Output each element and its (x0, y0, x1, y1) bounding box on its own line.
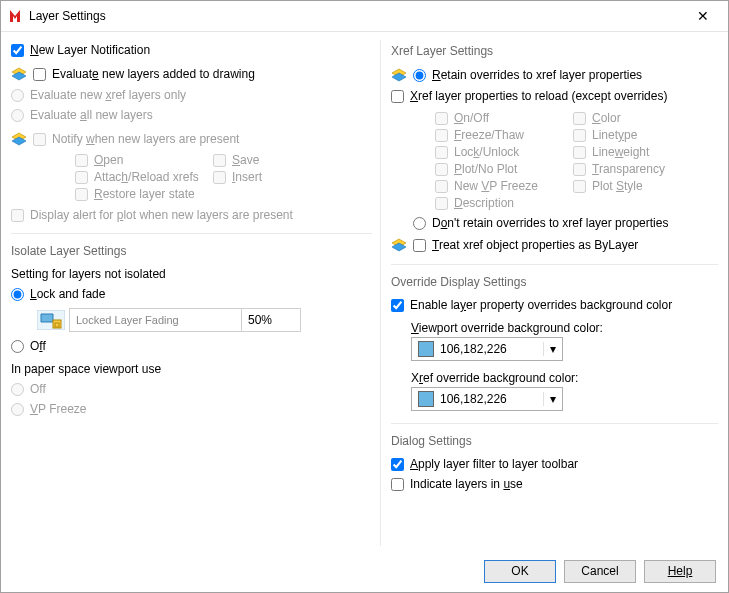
locked-layer-fading-value[interactable]: 50% (242, 309, 300, 331)
color-label: Color (592, 111, 621, 125)
apply-layer-filter-row[interactable]: Apply layer filter to layer toolbar (391, 457, 718, 471)
evaluate-new-layers-checkbox[interactable] (33, 68, 46, 81)
enable-override-bg-row[interactable]: Enable layer property overrides backgrou… (391, 298, 718, 312)
treat-bylayer-row[interactable]: Treat xref object properties as ByLayer (391, 237, 718, 253)
isolate-section-title: Isolate Layer Settings (11, 244, 372, 258)
dont-retain-row[interactable]: Don't retain overrides to xref layer pro… (413, 216, 718, 230)
window-title: Layer Settings (29, 9, 686, 23)
paper-off-row: Off (11, 382, 372, 396)
linetype-label: Linetype (592, 128, 637, 142)
insert-checkbox (213, 171, 226, 184)
ok-button[interactable]: OK (484, 560, 556, 583)
xref-override-label: Xref override background color: (411, 371, 718, 385)
lineweight-label: Lineweight (592, 145, 649, 159)
eval-all-new: Evaluate all new layers (11, 108, 372, 122)
vp-freeze-radio (11, 403, 24, 416)
description-label: Description (454, 196, 514, 210)
new-layer-notification-checkbox[interactable] (11, 44, 24, 57)
app-icon (7, 8, 23, 24)
lock-and-fade-row[interactable]: Lock and fade (11, 287, 372, 301)
notify-new-layers-label: Notify when new layers are present (52, 132, 239, 146)
apply-layer-filter-checkbox[interactable] (391, 458, 404, 471)
xref-reload-label: Xref layer properties to reload (except … (410, 89, 667, 103)
transparency-label: Transparency (592, 162, 665, 176)
enable-override-bg-checkbox[interactable] (391, 299, 404, 312)
indicate-in-use-checkbox[interactable] (391, 478, 404, 491)
dont-retain-label: Don't retain overrides to xref layer pro… (432, 216, 668, 230)
attach-reload-checkbox (75, 171, 88, 184)
new-layer-notification-label: New Layer Notification (30, 43, 150, 57)
notify-new-layers-row: Notify when new layers are present (11, 131, 372, 147)
locked-layer-fading-label: Locked Layer Fading (70, 309, 242, 331)
xref-override-color-value: 106,182,226 (440, 392, 543, 406)
linetype-checkbox (573, 129, 586, 142)
layers-icon (391, 237, 407, 253)
svg-marker-0 (10, 10, 20, 22)
new-layer-notification[interactable]: New Layer Notification (11, 43, 372, 57)
open-checkbox (75, 154, 88, 167)
freezethaw-checkbox (435, 129, 448, 142)
transparency-checkbox (573, 163, 586, 176)
plotstyle-checkbox (573, 180, 586, 193)
freezethaw-label: Freeze/Thaw (454, 128, 524, 142)
restore-state-label: Restore layer state (94, 187, 195, 201)
retain-overrides-label: Retain overrides to xref layer propertie… (432, 68, 642, 82)
evaluate-new-layers-label: Evaluate new layers added to drawing (52, 67, 255, 81)
vp-freeze-label: VP Freeze (30, 402, 86, 416)
eval-xref-only-label: Evaluate new xref layers only (30, 88, 186, 102)
xref-reload-row[interactable]: Xref layer properties to reload (except … (391, 89, 718, 103)
retain-overrides-row[interactable]: Retain overrides to xref layer propertie… (391, 67, 718, 83)
lockunlock-checkbox (435, 146, 448, 159)
dont-retain-radio[interactable] (413, 217, 426, 230)
chevron-down-icon[interactable]: ▾ (543, 392, 562, 406)
cancel-button[interactable]: Cancel (564, 560, 636, 583)
color-swatch (418, 391, 434, 407)
display-alert-label: Display alert for plot when new layers a… (30, 208, 293, 222)
paper-space-label: In paper space viewport use (11, 362, 372, 376)
xref-section-title: Xref Layer Settings (391, 44, 718, 58)
plotstyle-label: Plot Style (592, 179, 643, 193)
plotnoplot-checkbox (435, 163, 448, 176)
enable-override-bg-label: Enable layer property overrides backgrou… (410, 298, 672, 312)
viewport-override-label: Viewport override background color: (411, 321, 718, 335)
isolate-off-radio[interactable] (11, 340, 24, 353)
lock-and-fade-radio[interactable] (11, 288, 24, 301)
open-row: Open (75, 153, 213, 167)
insert-row: Insert (213, 170, 351, 184)
lockunlock-label: Lock/Unlock (454, 145, 519, 159)
layers-icon (11, 66, 27, 82)
dialog-section-title: Dialog Settings (391, 434, 718, 448)
isolate-setting-label: Setting for layers not isolated (11, 267, 372, 281)
left-column: New Layer Notification Evaluate new laye… (11, 40, 381, 546)
retain-overrides-radio[interactable] (413, 69, 426, 82)
attach-reload-label: Attach/Reload xrefs (94, 170, 199, 184)
apply-layer-filter-label: Apply layer filter to layer toolbar (410, 457, 578, 471)
eval-xref-only-radio (11, 89, 24, 102)
plotnoplot-label: Plot/No Plot (454, 162, 517, 176)
isolate-off-row[interactable]: Off (11, 339, 372, 353)
indicate-in-use-row[interactable]: Indicate layers in use (391, 477, 718, 491)
color-checkbox (573, 112, 586, 125)
treat-bylayer-checkbox[interactable] (413, 239, 426, 252)
onoff-checkbox (435, 112, 448, 125)
viewport-override-color-combo[interactable]: 106,182,226 ▾ (411, 337, 563, 361)
evaluate-new-layers-row[interactable]: Evaluate new layers added to drawing (11, 66, 372, 82)
chevron-down-icon[interactable]: ▾ (543, 342, 562, 356)
eval-all-new-label: Evaluate all new layers (30, 108, 153, 122)
xref-override-color-combo[interactable]: 106,182,226 ▾ (411, 387, 563, 411)
treat-bylayer-label: Treat xref object properties as ByLayer (432, 238, 638, 252)
paper-off-radio (11, 383, 24, 396)
dialog-body: New Layer Notification Evaluate new laye… (1, 32, 728, 550)
vp-freeze-row: VP Freeze (11, 402, 372, 416)
close-icon[interactable]: ✕ (686, 1, 720, 31)
locked-layer-fading-field[interactable]: Locked Layer Fading 50% (69, 308, 301, 332)
help-button[interactable]: Help (644, 560, 716, 583)
eval-all-new-radio (11, 109, 24, 122)
viewport-override-color-value: 106,182,226 (440, 342, 543, 356)
onoff-label: On/Off (454, 111, 489, 125)
right-column: Xref Layer Settings Retain overrides to … (381, 40, 718, 546)
color-swatch (418, 341, 434, 357)
lock-and-fade-label: Lock and fade (30, 287, 105, 301)
xref-reload-checkbox[interactable] (391, 90, 404, 103)
paper-off-label: Off (30, 382, 46, 396)
